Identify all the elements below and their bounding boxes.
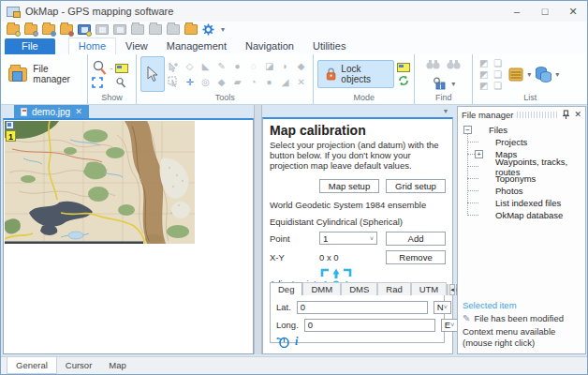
settings-gear-icon[interactable] bbox=[202, 23, 214, 36]
pin-icon[interactable] bbox=[562, 110, 570, 119]
add-button[interactable]: Add bbox=[386, 232, 446, 246]
mode-group-label: Mode bbox=[317, 92, 410, 104]
tree-item-projects[interactable]: Projects bbox=[467, 136, 585, 148]
map-canvas[interactable]: 1 bbox=[3, 118, 254, 354]
document-tab-bar: demo.jpg ✕ bbox=[3, 105, 254, 118]
list-caret-icon[interactable]: ▾ bbox=[527, 70, 531, 79]
database-caret-icon[interactable]: ▾ bbox=[555, 70, 559, 79]
group-tools: ◇◣✎● ◌◪◗◆ ✛◎◆▰ ◔●◢✕ Tools bbox=[137, 54, 314, 104]
long-label: Long. bbox=[276, 320, 299, 330]
document-close-icon[interactable]: ✕ bbox=[75, 107, 82, 116]
close-button[interactable]: ✕ bbox=[559, 1, 587, 22]
tree-item-photos[interactable]: Photos bbox=[467, 185, 585, 197]
long-input[interactable] bbox=[304, 319, 435, 332]
find-group-label: Find bbox=[419, 92, 468, 104]
status-tab-general[interactable]: General bbox=[7, 357, 57, 374]
coord-tab-utm[interactable]: UTM bbox=[411, 282, 448, 295]
tree-root-row[interactable]: − Files bbox=[463, 124, 585, 136]
group-file-manager: File manager bbox=[1, 54, 88, 104]
calibration-title: Map calibration bbox=[270, 123, 446, 138]
database-icon[interactable] bbox=[534, 66, 552, 82]
folder-icon[interactable] bbox=[184, 24, 198, 35]
ribbon: File manager - bbox=[1, 54, 587, 105]
save-as-disabled-icon bbox=[113, 24, 126, 35]
file-manager-button[interactable]: File manager bbox=[5, 56, 83, 92]
calibration-panel-caret-icon[interactable]: ▾ bbox=[444, 107, 448, 115]
point-label: Point bbox=[270, 233, 319, 244]
tooltip-icon[interactable] bbox=[397, 63, 410, 72]
coord-tab-dms[interactable]: DMS bbox=[341, 282, 377, 295]
open-from-server-icon[interactable] bbox=[42, 24, 55, 35]
zoom-caret-icon[interactable]: - bbox=[110, 64, 113, 72]
map-properties-icon[interactable] bbox=[115, 64, 128, 73]
tools-group-label: Tools bbox=[140, 92, 309, 104]
send-disabled-icon bbox=[149, 24, 162, 35]
panel-splitter[interactable] bbox=[254, 105, 262, 354]
okmap-window: OkMap - GPS mapping software – □ ✕ ▾ bbox=[0, 0, 588, 375]
lat-input[interactable] bbox=[297, 301, 428, 314]
long-hemisphere-select[interactable]: E ˅ bbox=[441, 319, 458, 332]
tab-management[interactable]: Management bbox=[157, 38, 236, 54]
find-caret-icon[interactable]: ▾ bbox=[451, 80, 455, 88]
status-bar: General Cursor Map bbox=[1, 356, 587, 374]
file-manager-label: File manager bbox=[33, 64, 82, 84]
file-manager-header: File manager ✕ bbox=[458, 107, 585, 122]
select-tool-button[interactable] bbox=[140, 56, 165, 92]
maximize-button[interactable]: □ bbox=[531, 1, 559, 22]
search-book-icon[interactable] bbox=[432, 77, 447, 90]
file-manager-title: File manager bbox=[462, 110, 513, 120]
tree-item-okmap-database[interactable]: OkMap database bbox=[467, 209, 585, 221]
lock-objects-button[interactable]: Lock objects bbox=[317, 60, 394, 88]
qat-overflow-caret-icon[interactable]: ▾ bbox=[221, 25, 225, 34]
tab-view[interactable]: View bbox=[116, 38, 157, 54]
tree-item-toponyms[interactable]: Toponyms bbox=[467, 172, 585, 185]
list-data-icon[interactable] bbox=[507, 67, 524, 82]
coord-tab-deg[interactable]: Deg bbox=[270, 282, 302, 295]
panel-close-icon[interactable]: ✕ bbox=[574, 110, 581, 119]
save-disabled-icon bbox=[96, 24, 109, 35]
calibration-description: Select your projection (and datum) with … bbox=[270, 140, 446, 172]
open-from-device-icon[interactable] bbox=[24, 24, 37, 35]
calibration-point-marker[interactable]: 1 bbox=[6, 121, 16, 142]
pick-from-map-icon[interactable] bbox=[276, 337, 289, 348]
coord-tab-dmm[interactable]: DMM bbox=[302, 282, 341, 295]
file-menu-button[interactable]: File bbox=[5, 38, 55, 54]
panel-drag-handle[interactable] bbox=[517, 112, 558, 118]
coord-tab-partial[interactable] bbox=[447, 284, 448, 295]
modified-text: File has been modified bbox=[474, 313, 564, 323]
zoom-small-icon[interactable] bbox=[115, 77, 126, 88]
tab-utilities[interactable]: Utilities bbox=[303, 38, 355, 54]
lat-hemisphere-select[interactable]: N ˅ bbox=[434, 301, 451, 314]
zoom-icon[interactable] bbox=[92, 60, 108, 76]
xy-label: X-Y bbox=[270, 252, 319, 262]
ribbon-tab-row: File Home View Management Navigation Uti… bbox=[1, 38, 587, 54]
quick-access-toolbar: ▾ bbox=[1, 22, 587, 38]
tree-item-list-indexed[interactable]: List indexed files bbox=[467, 197, 585, 209]
tab-scroll-left-button[interactable]: ◂ bbox=[449, 284, 455, 295]
lock-icon bbox=[326, 67, 336, 82]
info-icon[interactable]: i bbox=[295, 335, 298, 349]
point-select[interactable]: 1 ˅ bbox=[319, 232, 377, 245]
import-file-icon[interactable] bbox=[60, 24, 73, 35]
remove-button[interactable]: Remove bbox=[386, 250, 446, 264]
tab-navigation[interactable]: Navigation bbox=[236, 38, 303, 54]
map-image[interactable] bbox=[5, 121, 195, 244]
fit-map-icon[interactable] bbox=[92, 77, 103, 88]
coord-tab-rad[interactable]: Rad bbox=[377, 282, 410, 295]
status-tab-map[interactable]: Map bbox=[100, 357, 134, 374]
grid-setup-button[interactable]: Grid setup bbox=[386, 179, 446, 193]
tree-item-waypoints[interactable]: Waypoints, tracks, routes bbox=[467, 160, 585, 172]
find-track-icon bbox=[446, 58, 462, 71]
status-tab-cursor[interactable]: Cursor bbox=[57, 357, 101, 374]
file-tree: − Files Projects + Maps Waypoints, track… bbox=[458, 122, 585, 221]
tab-home[interactable]: Home bbox=[68, 38, 116, 54]
refresh-icon[interactable] bbox=[398, 75, 409, 86]
map-setup-button[interactable]: Map setup bbox=[319, 179, 379, 193]
datum-text: World Geodetic System 1984 ensemble bbox=[270, 200, 446, 210]
document-tab-demo[interactable]: demo.jpg ✕ bbox=[14, 105, 89, 118]
minimize-button[interactable]: – bbox=[503, 1, 531, 22]
file-manager-panel: File manager ✕ − Files Projects bbox=[457, 106, 586, 354]
save-icon[interactable] bbox=[78, 24, 91, 35]
open-file-icon[interactable] bbox=[7, 24, 20, 35]
long-hemisphere-caret-icon: ˅ bbox=[450, 322, 454, 328]
